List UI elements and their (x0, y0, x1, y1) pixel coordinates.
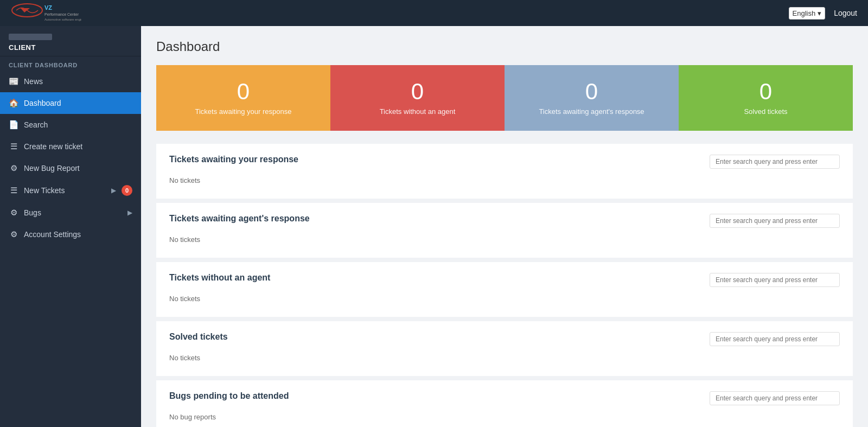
section-title-bugs-pending: Bugs pending to be attended (169, 391, 289, 401)
sidebar: CLIENT CLIENT DASHBOARD 📰 News 🏠 Dashboa… (0, 26, 141, 427)
language-dropdown-icon: ▾ (818, 9, 821, 17)
main-content: Dashboard 0 Tickets awaiting your respon… (141, 26, 868, 427)
nav-icon-account-settings: ⚙ (9, 230, 18, 239)
stat-card-number-agent-response: 0 (515, 80, 668, 103)
stat-card-number-awaiting-response: 0 (167, 80, 320, 103)
section-label: CLIENT DASHBOARD (0, 56, 141, 71)
sidebar-item-dashboard[interactable]: 🏠 Dashboard (0, 92, 141, 114)
sidebar-nav: 📰 News 🏠 Dashboard 📄 Search ☰ Create new… (0, 71, 141, 245)
nav-arrow-bugs: ▶ (127, 209, 132, 216)
stat-card-label-agent-response: Tickets awaiting agent's response (515, 107, 668, 116)
no-tickets-without-agent: No tickets (169, 292, 840, 306)
top-nav-right: English ▾ Logout (789, 7, 857, 20)
nav-label-news: News (24, 77, 132, 86)
section-title-awaiting-agent: Tickets awaiting agent's response (169, 214, 310, 224)
sidebar-item-new-tickets[interactable]: ☰ New Tickets ▶ 0 (0, 179, 141, 202)
page-title: Dashboard (156, 39, 853, 54)
stat-card-number-solved: 0 (690, 80, 842, 103)
nav-label-search: Search (24, 120, 132, 129)
section-title-awaiting-your: Tickets awaiting your response (169, 155, 298, 164)
svg-text:VZ: VZ (44, 4, 52, 11)
nav-icon-dashboard: 🏠 (9, 98, 18, 108)
stat-card-without-agent: 0 Tickets without an agent (330, 65, 505, 131)
section-title-solved-tickets: Solved tickets (169, 332, 228, 342)
main-layout: CLIENT CLIENT DASHBOARD 📰 News 🏠 Dashboa… (0, 26, 868, 427)
nav-icon-bugs: ⚙ (9, 208, 18, 218)
nav-label-bugs: Bugs (24, 208, 122, 217)
sidebar-item-create-ticket[interactable]: ☰ Create new ticket (0, 136, 141, 157)
nav-icon-news: 📰 (9, 77, 18, 86)
stat-card-number-without-agent: 0 (341, 80, 494, 103)
nav-arrow-new-tickets: ▶ (111, 187, 116, 194)
ticket-section-awaiting-your: Tickets awaiting your response No ticket… (156, 144, 853, 199)
stat-card-label-without-agent: Tickets without an agent (341, 107, 494, 116)
sidebar-item-search[interactable]: 📄 Search (0, 114, 141, 136)
language-label: English (793, 9, 816, 17)
logo-icon: VZ Performance Center Automotive softwar… (11, 3, 81, 23)
nav-label-new-tickets: New Tickets (24, 186, 106, 195)
user-section: CLIENT (0, 26, 141, 56)
stat-cards: 0 Tickets awaiting your response 0 Ticke… (156, 65, 853, 131)
nav-badge-new-tickets: 0 (122, 185, 132, 196)
nav-icon-search: 📄 (9, 120, 18, 130)
ticket-section-solved-tickets: Solved tickets No tickets (156, 321, 853, 376)
section-header-awaiting-your: Tickets awaiting your response (169, 155, 840, 169)
section-header-bugs-pending: Bugs pending to be attended (169, 391, 840, 405)
section-search-solved-tickets[interactable] (710, 332, 840, 346)
section-header-awaiting-agent: Tickets awaiting agent's response (169, 214, 840, 228)
section-search-awaiting-your[interactable] (710, 155, 840, 169)
nav-label-create-ticket: Create new ticket (24, 142, 132, 151)
no-tickets-bugs-pending: No bug reports (169, 411, 840, 424)
user-label: CLIENT (9, 43, 132, 52)
stat-card-solved: 0 Solved tickets (679, 65, 853, 131)
sidebar-item-bugs[interactable]: ⚙ Bugs ▶ (0, 202, 141, 224)
stat-card-label-solved: Solved tickets (690, 107, 842, 116)
ticket-section-without-agent: Tickets without an agent No tickets (156, 262, 853, 317)
svg-text:Automotive software engineerin: Automotive software engineering (44, 18, 81, 21)
user-avatar-bar (9, 34, 52, 40)
language-select[interactable]: English ▾ (789, 7, 826, 20)
section-search-awaiting-agent[interactable] (710, 214, 840, 228)
sidebar-item-news[interactable]: 📰 News (0, 71, 141, 92)
no-tickets-awaiting-agent: No tickets (169, 233, 840, 247)
stat-card-awaiting-response: 0 Tickets awaiting your response (156, 65, 330, 131)
top-navigation: VZ Performance Center Automotive softwar… (0, 0, 868, 26)
nav-icon-new-bug-report: ⚙ (9, 163, 18, 173)
stat-card-label-awaiting-response: Tickets awaiting your response (167, 107, 320, 116)
stat-card-agent-response: 0 Tickets awaiting agent's response (505, 65, 679, 131)
section-header-solved-tickets: Solved tickets (169, 332, 840, 346)
no-tickets-solved-tickets: No tickets (169, 352, 840, 365)
ticket-sections: Tickets awaiting your response No ticket… (156, 144, 853, 427)
section-title-without-agent: Tickets without an agent (169, 273, 270, 283)
section-search-bugs-pending[interactable] (710, 391, 840, 405)
nav-label-account-settings: Account Settings (24, 230, 132, 239)
svg-text:Performance Center: Performance Center (44, 12, 79, 16)
sidebar-item-new-bug-report[interactable]: ⚙ New Bug Report (0, 157, 141, 179)
section-search-without-agent[interactable] (710, 273, 840, 287)
logout-button[interactable]: Logout (834, 9, 857, 17)
logo-area: VZ Performance Center Automotive softwar… (11, 3, 81, 23)
no-tickets-awaiting-your: No tickets (169, 174, 840, 188)
nav-label-dashboard: Dashboard (24, 99, 132, 107)
nav-label-new-bug-report: New Bug Report (24, 164, 132, 173)
ticket-section-bugs-pending: Bugs pending to be attended No bug repor… (156, 380, 853, 427)
nav-icon-create-ticket: ☰ (9, 142, 18, 151)
section-header-without-agent: Tickets without an agent (169, 273, 840, 287)
nav-icon-new-tickets: ☰ (9, 186, 18, 195)
sidebar-item-account-settings[interactable]: ⚙ Account Settings (0, 224, 141, 245)
ticket-section-awaiting-agent: Tickets awaiting agent's response No tic… (156, 203, 853, 258)
